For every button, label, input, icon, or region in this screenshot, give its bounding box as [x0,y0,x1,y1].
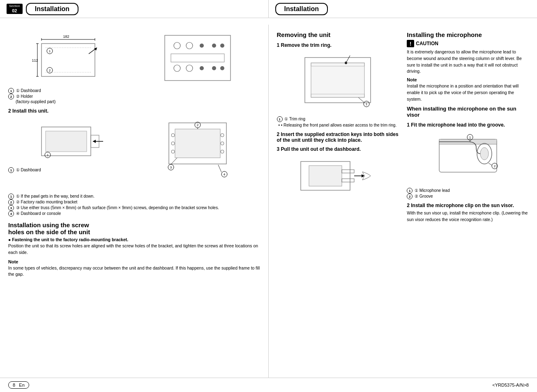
right-two-col: Removing the unit 1 Remove the trim ring… [277,28,529,225]
top-diagrams: 182 112 [8,28,260,104]
diagram1-label2: 2 ② Holder [8,94,132,99]
svg-text:1: 1 [47,153,49,157]
sun-label1: 1 ① Microphone lead [407,188,529,194]
svg-point-25 [186,65,193,71]
svg-line-59 [358,97,364,103]
svg-text:182: 182 [63,35,69,39]
install-screw-section: Installation using the screwholes on the… [8,221,260,256]
svg-rect-37 [175,129,220,158]
svg-rect-65 [342,179,354,182]
svg-rect-23 [171,54,224,62]
bracket-diagram-area: 2 3 4 [136,115,260,192]
svg-point-22 [220,44,224,48]
sun-step2-heading: 2 Install the microphone clip on the sun… [407,203,529,208]
note-section: Note In some types of vehicles, discrepa… [8,259,260,278]
svg-text:4: 4 [224,173,226,176]
install-unit-svg: 1 [33,119,107,164]
page-num: 8 [13,383,15,387]
section-label: Section [9,5,20,8]
bracket-label1: 1 ① If the pawl gets in the way, bend it… [8,194,260,199]
diagram-radio [136,28,260,104]
svg-marker-33 [93,140,96,143]
pull-out-svg [297,155,379,196]
model-code: <YRD5375-A/N>8 [492,383,529,387]
circle2: 2 [8,94,14,99]
caution-label: ! CAUTION [407,40,529,47]
step2-heading: 2 Install this unit. [8,108,260,114]
svg-rect-64 [342,170,354,173]
trim-label1: 1 ① Trim ring [277,116,399,122]
svg-text:1: 1 [469,136,471,139]
sun-step2-text: With the sun visor up, install the micro… [407,210,529,223]
right-header-title: Installation [275,3,328,15]
diagram2-label1: 1 ① Dashboard [8,167,132,173]
diagram1-area: 182 112 [8,28,132,104]
svg-point-27 [212,66,216,70]
svg-point-71 [480,148,489,160]
right-column: Removing the unit 1 Remove the trim ring… [269,25,537,378]
svg-point-41 [221,134,224,137]
note-label: Note [8,259,260,264]
diagram1-label2b: (factory-supplied part) [16,99,132,104]
caution-text: It is extremely dangerous to allow the m… [407,49,529,75]
footer: 8 En <YRD5375-A/N>8 [0,378,537,392]
mic-lead-diagram: 1 2 [407,131,529,184]
mic-note-label: Note [407,77,529,82]
bracket-label2: 2 ② Factory radio mounting bracket [8,199,260,205]
installing-mic-title: Installing the microphone [407,31,529,38]
trim-note: • Releasing the front panel allows easie… [279,122,399,128]
bracket-svg: 2 3 4 [157,119,239,189]
caution-icon: ! [407,40,414,47]
diagram1: 182 112 [8,31,132,85]
sun-visor-title: When installing the microphone on the su… [407,106,529,118]
install-diagrams: 1 1 ① Dashboard [8,115,260,192]
svg-text:1: 1 [49,49,51,53]
section-number: 02 [12,8,17,13]
radio-front-svg [161,31,235,85]
mic-lead-svg: 1 2 [431,131,505,184]
page: Section 02 Installation Installation [0,0,537,392]
unit-dimension-diagram: 182 112 [29,31,111,85]
removing-section: Removing the unit 1 Remove the trim ring… [277,28,399,225]
svg-line-52 [218,165,221,172]
svg-point-40 [171,150,175,153]
svg-point-42 [221,142,224,145]
install-unit-diagram-area: 1 1 ① Dashboard [8,115,132,192]
remove-step2: 2 Insert the supplied extraction keys in… [277,131,399,143]
header-right: Installation [269,0,537,18]
diagram1-label1: 1 ① Dashboard [8,88,132,94]
svg-point-18 [174,42,180,49]
svg-rect-17 [165,35,230,81]
svg-text:2: 2 [493,164,496,168]
section-badge: Section 02 [7,4,23,14]
sun-step1: 1 Fit the microphone lead into the groov… [407,122,529,128]
left-header-title: Installation [26,3,78,15]
svg-text:1: 1 [366,102,368,106]
svg-marker-10 [94,48,97,51]
svg-point-19 [186,42,193,49]
remove-step3: 3 Pull the unit out of the dashboard. [277,146,399,152]
main-content: 182 112 [0,18,537,378]
bracket-label3: 3 ③ Use either truss (5mm × 8mm) or flus… [8,205,260,211]
removing-title: Removing the unit [277,31,399,38]
svg-point-24 [174,65,180,71]
header: Section 02 Installation Installation [0,0,537,18]
remove-step1: 1 Remove the trim ring. [277,42,399,48]
svg-line-55 [346,55,350,63]
fastening-text: Position the unit so that its screw hole… [8,243,260,256]
radio-front-diagram [136,31,260,85]
fastening-title: ● Fastening the unit to the factory radi… [8,237,260,242]
svg-point-39 [171,142,175,145]
svg-point-43 [221,150,224,153]
page-number-badge: 8 En [8,381,29,389]
svg-point-28 [220,66,224,70]
left-column: 182 112 [0,25,269,378]
circle-d2: 1 [8,167,14,173]
svg-rect-63 [309,166,342,186]
svg-rect-30 [46,131,87,152]
sun-label2: 2 ② Groove [407,194,529,199]
svg-text:2: 2 [197,123,199,127]
svg-text:112: 112 [32,58,38,62]
pull-out-diagram [277,155,399,196]
trim-ring-diagram: 1 [277,51,399,113]
